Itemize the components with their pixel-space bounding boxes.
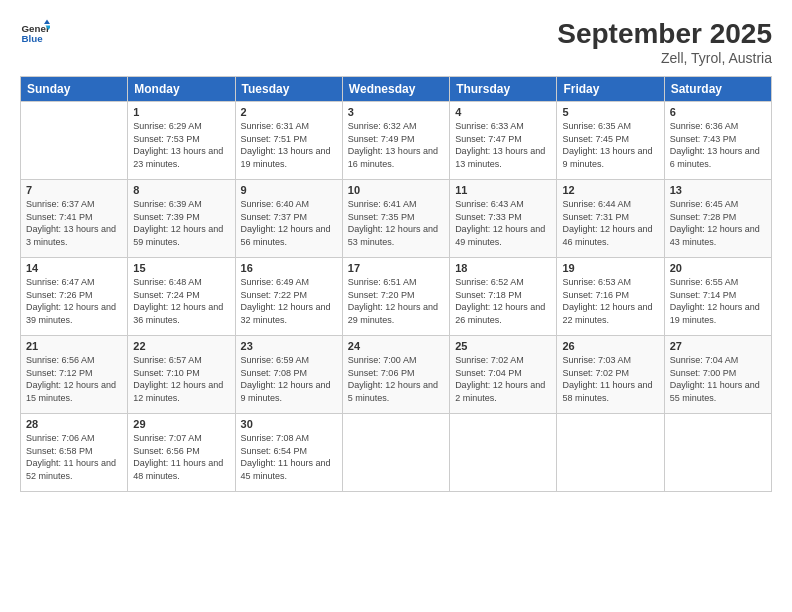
day-cell — [557, 414, 664, 492]
day-info: Sunrise: 6:40 AM Sunset: 7:37 PM Dayligh… — [241, 198, 337, 248]
day-cell: 28Sunrise: 7:06 AM Sunset: 6:58 PM Dayli… — [21, 414, 128, 492]
day-cell: 30Sunrise: 7:08 AM Sunset: 6:54 PM Dayli… — [235, 414, 342, 492]
week-row-2: 14Sunrise: 6:47 AM Sunset: 7:26 PM Dayli… — [21, 258, 772, 336]
day-number: 3 — [348, 106, 444, 118]
day-info: Sunrise: 6:49 AM Sunset: 7:22 PM Dayligh… — [241, 276, 337, 326]
header-tuesday: Tuesday — [235, 77, 342, 102]
week-row-3: 21Sunrise: 6:56 AM Sunset: 7:12 PM Dayli… — [21, 336, 772, 414]
day-info: Sunrise: 6:53 AM Sunset: 7:16 PM Dayligh… — [562, 276, 658, 326]
day-cell: 21Sunrise: 6:56 AM Sunset: 7:12 PM Dayli… — [21, 336, 128, 414]
day-number: 23 — [241, 340, 337, 352]
day-info: Sunrise: 6:57 AM Sunset: 7:10 PM Dayligh… — [133, 354, 229, 404]
day-number: 1 — [133, 106, 229, 118]
day-number: 13 — [670, 184, 766, 196]
day-info: Sunrise: 7:04 AM Sunset: 7:00 PM Dayligh… — [670, 354, 766, 404]
day-info: Sunrise: 7:07 AM Sunset: 6:56 PM Dayligh… — [133, 432, 229, 482]
logo: General Blue — [20, 18, 50, 48]
day-info: Sunrise: 6:35 AM Sunset: 7:45 PM Dayligh… — [562, 120, 658, 170]
day-number: 12 — [562, 184, 658, 196]
header-friday: Friday — [557, 77, 664, 102]
day-cell: 22Sunrise: 6:57 AM Sunset: 7:10 PM Dayli… — [128, 336, 235, 414]
week-row-0: 1Sunrise: 6:29 AM Sunset: 7:53 PM Daylig… — [21, 102, 772, 180]
location: Zell, Tyrol, Austria — [557, 50, 772, 66]
day-cell: 5Sunrise: 6:35 AM Sunset: 7:45 PM Daylig… — [557, 102, 664, 180]
header: General Blue September 2025 Zell, Tyrol,… — [20, 18, 772, 66]
header-wednesday: Wednesday — [342, 77, 449, 102]
day-cell: 14Sunrise: 6:47 AM Sunset: 7:26 PM Dayli… — [21, 258, 128, 336]
day-cell: 3Sunrise: 6:32 AM Sunset: 7:49 PM Daylig… — [342, 102, 449, 180]
day-cell: 12Sunrise: 6:44 AM Sunset: 7:31 PM Dayli… — [557, 180, 664, 258]
day-number: 6 — [670, 106, 766, 118]
day-cell: 27Sunrise: 7:04 AM Sunset: 7:00 PM Dayli… — [664, 336, 771, 414]
day-cell: 23Sunrise: 6:59 AM Sunset: 7:08 PM Dayli… — [235, 336, 342, 414]
day-number: 9 — [241, 184, 337, 196]
day-cell: 10Sunrise: 6:41 AM Sunset: 7:35 PM Dayli… — [342, 180, 449, 258]
day-number: 2 — [241, 106, 337, 118]
day-cell — [450, 414, 557, 492]
day-info: Sunrise: 6:39 AM Sunset: 7:39 PM Dayligh… — [133, 198, 229, 248]
day-number: 8 — [133, 184, 229, 196]
day-number: 26 — [562, 340, 658, 352]
calendar-table: Sunday Monday Tuesday Wednesday Thursday… — [20, 76, 772, 492]
day-cell: 19Sunrise: 6:53 AM Sunset: 7:16 PM Dayli… — [557, 258, 664, 336]
day-number: 28 — [26, 418, 122, 430]
header-monday: Monday — [128, 77, 235, 102]
day-number: 17 — [348, 262, 444, 274]
header-thursday: Thursday — [450, 77, 557, 102]
day-cell: 1Sunrise: 6:29 AM Sunset: 7:53 PM Daylig… — [128, 102, 235, 180]
day-number: 7 — [26, 184, 122, 196]
day-cell — [342, 414, 449, 492]
week-row-4: 28Sunrise: 7:06 AM Sunset: 6:58 PM Dayli… — [21, 414, 772, 492]
day-info: Sunrise: 7:06 AM Sunset: 6:58 PM Dayligh… — [26, 432, 122, 482]
day-number: 29 — [133, 418, 229, 430]
day-header-row: Sunday Monday Tuesday Wednesday Thursday… — [21, 77, 772, 102]
day-cell: 29Sunrise: 7:07 AM Sunset: 6:56 PM Dayli… — [128, 414, 235, 492]
day-number: 15 — [133, 262, 229, 274]
day-info: Sunrise: 7:08 AM Sunset: 6:54 PM Dayligh… — [241, 432, 337, 482]
day-cell: 18Sunrise: 6:52 AM Sunset: 7:18 PM Dayli… — [450, 258, 557, 336]
day-info: Sunrise: 6:29 AM Sunset: 7:53 PM Dayligh… — [133, 120, 229, 170]
day-cell: 13Sunrise: 6:45 AM Sunset: 7:28 PM Dayli… — [664, 180, 771, 258]
day-info: Sunrise: 6:32 AM Sunset: 7:49 PM Dayligh… — [348, 120, 444, 170]
day-number: 24 — [348, 340, 444, 352]
week-row-1: 7Sunrise: 6:37 AM Sunset: 7:41 PM Daylig… — [21, 180, 772, 258]
day-cell: 17Sunrise: 6:51 AM Sunset: 7:20 PM Dayli… — [342, 258, 449, 336]
day-cell: 20Sunrise: 6:55 AM Sunset: 7:14 PM Dayli… — [664, 258, 771, 336]
svg-marker-2 — [44, 20, 50, 25]
day-info: Sunrise: 6:59 AM Sunset: 7:08 PM Dayligh… — [241, 354, 337, 404]
day-number: 21 — [26, 340, 122, 352]
day-number: 22 — [133, 340, 229, 352]
svg-text:Blue: Blue — [22, 33, 44, 44]
page: General Blue September 2025 Zell, Tyrol,… — [0, 0, 792, 612]
day-cell — [21, 102, 128, 180]
day-cell: 7Sunrise: 6:37 AM Sunset: 7:41 PM Daylig… — [21, 180, 128, 258]
day-cell: 24Sunrise: 7:00 AM Sunset: 7:06 PM Dayli… — [342, 336, 449, 414]
day-info: Sunrise: 6:33 AM Sunset: 7:47 PM Dayligh… — [455, 120, 551, 170]
month-title: September 2025 — [557, 18, 772, 50]
day-number: 5 — [562, 106, 658, 118]
day-info: Sunrise: 6:51 AM Sunset: 7:20 PM Dayligh… — [348, 276, 444, 326]
day-number: 27 — [670, 340, 766, 352]
day-number: 10 — [348, 184, 444, 196]
day-number: 16 — [241, 262, 337, 274]
day-cell: 4Sunrise: 6:33 AM Sunset: 7:47 PM Daylig… — [450, 102, 557, 180]
day-cell: 16Sunrise: 6:49 AM Sunset: 7:22 PM Dayli… — [235, 258, 342, 336]
logo-icon: General Blue — [20, 18, 50, 48]
day-cell: 2Sunrise: 6:31 AM Sunset: 7:51 PM Daylig… — [235, 102, 342, 180]
day-number: 4 — [455, 106, 551, 118]
day-info: Sunrise: 6:48 AM Sunset: 7:24 PM Dayligh… — [133, 276, 229, 326]
day-cell: 26Sunrise: 7:03 AM Sunset: 7:02 PM Dayli… — [557, 336, 664, 414]
day-info: Sunrise: 7:00 AM Sunset: 7:06 PM Dayligh… — [348, 354, 444, 404]
day-info: Sunrise: 6:45 AM Sunset: 7:28 PM Dayligh… — [670, 198, 766, 248]
day-number: 11 — [455, 184, 551, 196]
header-saturday: Saturday — [664, 77, 771, 102]
day-cell: 11Sunrise: 6:43 AM Sunset: 7:33 PM Dayli… — [450, 180, 557, 258]
day-info: Sunrise: 6:52 AM Sunset: 7:18 PM Dayligh… — [455, 276, 551, 326]
day-info: Sunrise: 7:02 AM Sunset: 7:04 PM Dayligh… — [455, 354, 551, 404]
day-number: 19 — [562, 262, 658, 274]
day-cell: 8Sunrise: 6:39 AM Sunset: 7:39 PM Daylig… — [128, 180, 235, 258]
day-number: 20 — [670, 262, 766, 274]
day-number: 18 — [455, 262, 551, 274]
day-info: Sunrise: 6:56 AM Sunset: 7:12 PM Dayligh… — [26, 354, 122, 404]
day-info: Sunrise: 6:41 AM Sunset: 7:35 PM Dayligh… — [348, 198, 444, 248]
